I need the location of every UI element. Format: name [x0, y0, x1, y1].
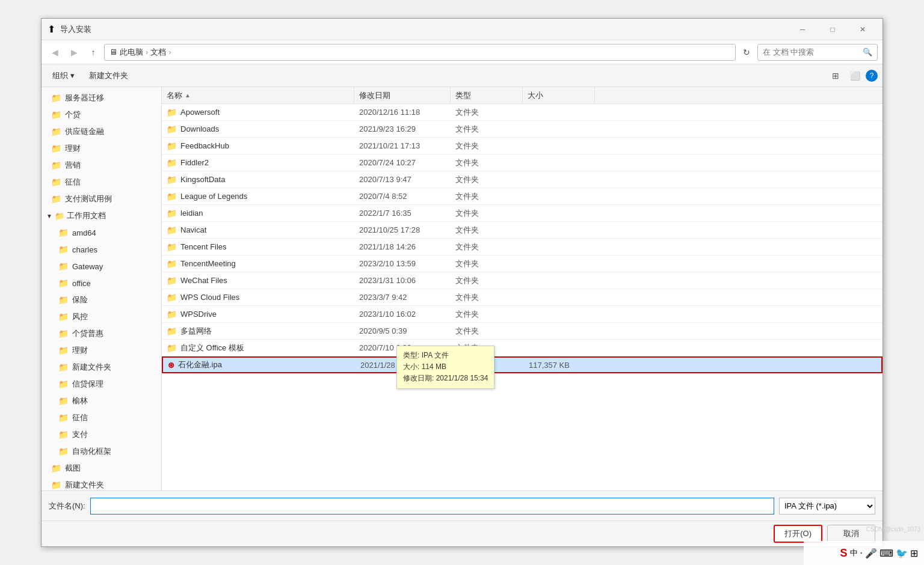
folder-icon: 📁: [58, 278, 69, 288]
help-button[interactable]: ?: [866, 70, 878, 82]
sidebar-label-6: 支付测试用例: [65, 194, 112, 204]
sidebar-item-fengkong[interactable]: 📁 风控: [42, 308, 161, 325]
file-row-downloads[interactable]: 📁 Downloads 2021/9/23 16:29 文件夹: [162, 121, 882, 138]
back-button[interactable]: ◀: [46, 44, 63, 61]
folder-icon: 📁: [167, 343, 177, 353]
open-button[interactable]: 打开(O): [774, 525, 822, 543]
address-path[interactable]: 🖥 此电脑 › 文档 ›: [104, 44, 736, 61]
file-row-wpscloud[interactable]: 📁 WPS Cloud Files 2023/3/7 9:42 文件夹: [162, 289, 882, 306]
sidebar-item-yulin[interactable]: 📁 榆林: [42, 392, 161, 409]
file-row-lol[interactable]: 📁 League of Legends 2020/7/4 8:52 文件夹: [162, 188, 882, 205]
folder-icon: 📁: [167, 326, 177, 336]
file-row-wechatfiles[interactable]: 📁 WeChat Files 2023/1/31 10:06 文件夹: [162, 272, 882, 289]
forward-button[interactable]: ▶: [66, 44, 82, 61]
close-button[interactable]: ✕: [849, 19, 876, 40]
file-size: [523, 171, 595, 188]
search-box[interactable]: 🔍: [757, 44, 878, 61]
main-content: 📁 服务器迁移 📁 个贷 📁 供应链金融 📁 理财 📁 营销 📁 征信: [42, 87, 882, 490]
file-type: 文件夹: [451, 205, 523, 221]
taskbar-icon-s: S: [840, 547, 848, 560]
sidebar-item-zidonghua[interactable]: 📁 自动化框架: [42, 443, 161, 460]
sidebar-item-2[interactable]: 📁 供应链金融: [42, 123, 161, 140]
file-row-ipa[interactable]: ⊛ 石化金融.ipa 2021/1/28 15:34 IPA 文件 117,35…: [162, 356, 882, 373]
folder-icon: 📁: [58, 295, 69, 305]
file-type: 文件夹: [451, 306, 523, 322]
file-date: 2022/1/7 16:35: [354, 205, 451, 221]
file-row-fiddler2[interactable]: 📁 Fiddler2 2020/7/24 10:27 文件夹: [162, 154, 882, 171]
minimize-button[interactable]: ─: [789, 19, 816, 40]
taskbar-icon-dot: ·: [860, 548, 863, 558]
sidebar-item-office[interactable]: 📁 office: [42, 275, 161, 292]
tooltip-type: 类型: IPA 文件: [403, 350, 488, 361]
new-folder-button[interactable]: 新建文件夹: [83, 67, 134, 84]
file-row-office-template[interactable]: 📁 自定义 Office 模板 2020/7/10 9:32 文件夹: [162, 340, 882, 356]
folder-icon: 📁: [51, 194, 61, 204]
sidebar-label-zhengxin: 征信: [72, 412, 88, 423]
sidebar-item-5[interactable]: 📁 征信: [42, 174, 161, 191]
sidebar-label-1: 个贷: [65, 109, 81, 120]
sidebar-item-licai[interactable]: 📁 理财: [42, 342, 161, 359]
view-options-button[interactable]: ⊞: [827, 67, 844, 84]
file-size: [523, 239, 595, 255]
filename-input[interactable]: [90, 498, 774, 515]
up-button[interactable]: ↑: [85, 44, 102, 61]
sidebar-label-3: 理财: [65, 143, 81, 154]
sidebar-item-1[interactable]: 📁 个贷: [42, 106, 161, 123]
col-header-size[interactable]: 大小: [523, 87, 595, 103]
sidebar-item-zhengxin[interactable]: 📁 征信: [42, 409, 161, 426]
folder-icon: 📁: [51, 127, 61, 136]
sidebar-label-yulin: 榆林: [72, 396, 88, 406]
preview-pane-button[interactable]: ⬜: [846, 67, 863, 84]
file-type: 文件夹: [451, 104, 523, 120]
file-row-leidian[interactable]: 📁 leidian 2022/1/7 16:35 文件夹: [162, 205, 882, 222]
col-header-name[interactable]: 名称 ▲: [162, 87, 354, 103]
file-list-container: 名称 ▲ 修改日期 类型 大小 📁 Apowersoft: [162, 87, 882, 490]
sidebar-item-gateway[interactable]: 📁 Gateway: [42, 258, 161, 275]
sidebar-item-charles[interactable]: 📁 charles: [42, 241, 161, 258]
folder-icon: 📁: [167, 276, 177, 286]
taskbar-area: S 中 · 🎤 ⌨ 🐦 ⊞: [804, 541, 924, 565]
sidebar-item-xindaibali[interactable]: 📁 信贷保理: [42, 376, 161, 392]
sidebar-item-baoxian[interactable]: 📁 保险: [42, 292, 161, 308]
refresh-button[interactable]: ↻: [738, 44, 755, 61]
file-row-kingsoftdata[interactable]: 📁 KingsoftData 2020/7/13 9:47 文件夹: [162, 171, 882, 188]
sidebar-item-zhifu[interactable]: 📁 支付: [42, 426, 161, 443]
file-size: [523, 289, 595, 305]
path-part-computer: 此电脑: [120, 47, 143, 58]
file-type: 文件夹: [451, 138, 523, 154]
file-row-duoyiwangluo[interactable]: 📁 多益网络 2020/9/5 0:39 文件夹: [162, 323, 882, 340]
watermark: CSDN @csdn_1073: [863, 525, 924, 534]
sidebar-item-amd64[interactable]: 📁 amd64: [42, 224, 161, 241]
file-type: 文件夹: [451, 239, 523, 255]
sidebar-item-3[interactable]: 📁 理财: [42, 140, 161, 157]
sidebar-item-xinjian[interactable]: 📁 新建文件夹: [42, 359, 161, 376]
maximize-button[interactable]: □: [819, 19, 846, 40]
filetype-select[interactable]: IPA 文件 (*.ipa): [779, 498, 875, 515]
file-row-navicat[interactable]: 📁 Navicat 2021/10/25 17:28 文件夹: [162, 222, 882, 239]
title-bar: ⬆ 导入安装 ─ □ ✕: [42, 19, 882, 40]
file-type: 文件夹: [451, 222, 523, 238]
file-size-ipa: 117,357 KB: [524, 358, 596, 372]
sidebar-item-xinjianwj[interactable]: 📁 新建文件夹: [42, 477, 161, 490]
organize-button[interactable]: 组织 ▾: [46, 67, 81, 84]
file-row-wpsdrive[interactable]: 📁 WPSDrive 2023/1/10 16:02 文件夹: [162, 306, 882, 323]
col-header-type[interactable]: 类型: [451, 87, 523, 103]
sidebar-item-6[interactable]: 📁 支付测试用例: [42, 191, 161, 207]
sidebar-item-gedaipuhui[interactable]: 📁 个贷普惠: [42, 325, 161, 342]
file-type: 文件夹: [451, 171, 523, 188]
folder-icon: 📁: [58, 346, 69, 355]
sidebar-item-0[interactable]: 📁 服务器迁移: [42, 90, 161, 106]
file-size: [523, 255, 595, 272]
tooltip-date-value: 2021/1/28 15:34: [436, 374, 488, 382]
sidebar-label-jietu: 截图: [65, 463, 81, 474]
sidebar-section-header-gongzuo[interactable]: ▼ 📁 工作用文档: [42, 207, 161, 224]
sidebar-item-jietu[interactable]: 📁 截图: [42, 460, 161, 477]
file-row-tencentmeeting[interactable]: 📁 TencentMeeting 2023/2/10 13:59 文件夹: [162, 255, 882, 272]
col-header-date[interactable]: 修改日期: [354, 87, 451, 103]
file-row-feedbackhub[interactable]: 📁 FeedbackHub 2021/10/21 17:13 文件夹: [162, 138, 882, 154]
file-row-apowersoft[interactable]: 📁 Apowersoft 2020/12/16 11:18 文件夹: [162, 104, 882, 121]
folder-icon: 📁: [58, 430, 69, 439]
sidebar-item-4[interactable]: 📁 营销: [42, 157, 161, 174]
file-row-tencentfiles[interactable]: 📁 Tencent Files 2021/1/18 14:26 文件夹: [162, 239, 882, 255]
search-input[interactable]: [763, 47, 860, 56]
